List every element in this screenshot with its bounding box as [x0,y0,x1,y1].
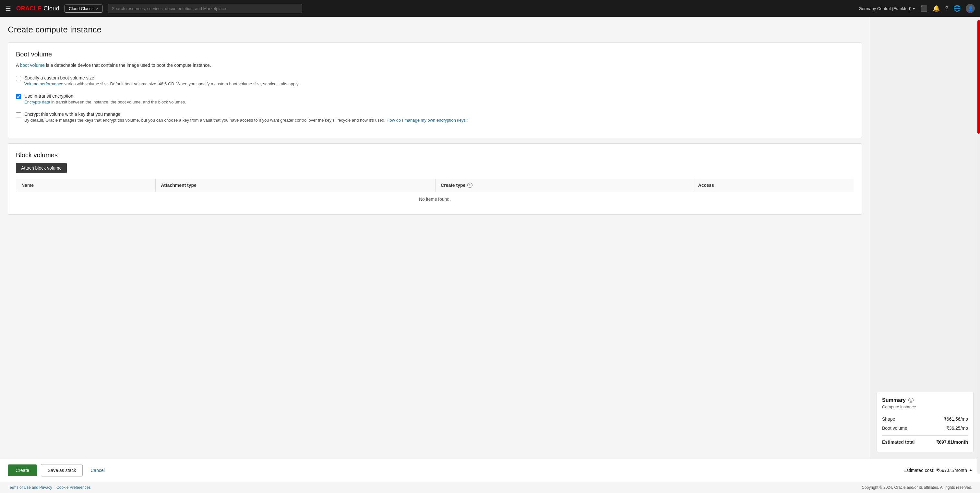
scrollbar-thumb [977,20,980,134]
cloud-classic-button[interactable]: Cloud Classic > [65,5,102,13]
boot-volume-description-prefix: A [16,63,20,68]
summary-info-icon[interactable]: ℹ [908,398,913,403]
region-label: Germany Central (Frankfurt) [859,6,912,11]
oracle-wordmark: ORACLE [16,5,41,12]
transit-hint-text: in transit between the instance, the boo… [51,100,186,105]
transit-encryption-checkbox[interactable] [16,94,21,99]
create-button[interactable]: Create [8,464,37,476]
col-create-type-header: Create type ℹ [436,178,693,192]
summary-total-label: Estimated total [882,439,915,445]
cloud-wordmark: Cloud [43,5,59,12]
custom-size-checkbox-row: Specify a custom boot volume size Volume… [16,75,854,87]
custom-size-section: Specify a custom boot volume size Volume… [16,75,854,87]
main-content-area: Create compute instance Boot volume A bo… [0,17,870,459]
col-attachment-label: Attachment type [161,183,197,188]
footer-left-links: Terms of Use and Privacy Cookie Preferen… [8,485,91,490]
boot-volume-link[interactable]: boot volume [20,63,45,68]
footer-action-bar: Create Save as stack Cancel Estimated co… [0,459,980,482]
boot-volume-card: Boot volume A boot volume is a detachabl… [8,43,862,138]
footer-estimated-label: Estimated cost: [904,468,935,473]
own-key-section: Encrypt this volume with a key that you … [16,111,854,123]
table-empty-message: No items found. [16,192,854,206]
own-key-hint: By default, Oracle manages the keys that… [24,118,468,123]
summary-shape-value: ₹661.56/mo [944,417,968,421]
col-access-label: Access [698,183,714,188]
table-header-row: Name Attachment type Create type ℹ [16,178,854,192]
encrypts-data-link[interactable]: Encrypts data [24,100,50,105]
summary-boot-volume-label: Boot volume [882,426,907,431]
terminal-icon[interactable]: ⬛ [920,5,928,12]
summary-box: Summary ℹ Compute instance Shape ₹661.56… [877,392,974,452]
chevron-up-icon[interactable] [969,469,972,471]
region-chevron-icon: ▾ [913,6,915,11]
transit-encryption-checkbox-row: Use in-transit encryption Encrypts data … [16,94,854,105]
table-empty-row: No items found. [16,192,854,206]
oracle-logo: ORACLE Cloud [16,5,59,12]
transit-encryption-label[interactable]: Use in-transit encryption [24,94,73,99]
summary-boot-volume-value: ₹36.25/mo [946,426,968,431]
footer-estimated-value: ₹697.81/month [936,468,967,473]
boot-volume-title: Boot volume [16,51,854,58]
boot-volume-description-suffix: is a detachable device that contains the… [46,63,211,68]
create-type-info-icon[interactable]: ℹ [467,183,473,188]
col-attachment-type-header: Attachment type [156,178,436,192]
help-icon[interactable]: ? [945,5,948,12]
attach-block-volume-button[interactable]: Attach block volume [16,163,67,173]
summary-header: Summary ℹ [882,397,968,403]
page-wrapper: Create compute instance Boot volume A bo… [0,17,980,459]
cookie-preferences-link[interactable]: Cookie Preferences [56,485,91,490]
own-key-label[interactable]: Encrypt this volume with a key that you … [24,111,120,117]
summary-title: Summary [882,397,906,403]
boot-volume-description: A boot volume is a detachable device tha… [16,62,854,69]
cancel-button[interactable]: Cancel [87,464,109,476]
block-volumes-title: Block volumes [16,151,854,159]
global-search-input[interactable] [108,4,302,13]
summary-shape-row: Shape ₹661.56/mo [882,415,968,424]
region-selector[interactable]: Germany Central (Frankfurt) ▾ [859,6,915,11]
transit-encryption-section: Use in-transit encryption Encrypts data … [16,94,854,105]
user-avatar[interactable]: 👤 [966,4,975,13]
topnav-right-section: Germany Central (Frankfurt) ▾ ⬛ 🔔 ? 🌐 👤 [859,4,975,13]
block-volumes-table: Name Attachment type Create type ℹ [16,178,854,207]
summary-subtitle: Compute instance [882,404,968,409]
col-create-type-label: Create type [441,183,465,188]
col-name-header: Name [16,178,156,192]
summary-top-spacer [877,23,974,392]
col-access-header: Access [693,178,854,192]
page-title: Create compute instance [8,25,862,35]
bottom-footer: Terms of Use and Privacy Cookie Preferen… [0,482,980,493]
footer-copyright: Copyright © 2024, Oracle and/or its affi… [862,485,972,490]
col-name-label: Name [21,183,34,188]
custom-size-hint-text: varies with volume size. Default boot vo… [65,81,299,86]
block-volumes-card: Block volumes Attach block volume Name A… [8,143,862,215]
own-key-hint-text: By default, Oracle manages the keys that… [24,118,385,122]
custom-size-label[interactable]: Specify a custom boot volume size [24,75,94,80]
top-navigation: ☰ ORACLE Cloud Cloud Classic > Germany C… [0,0,980,17]
manage-encryption-link[interactable]: How do I manage my own encryption keys? [387,118,468,122]
custom-size-checkbox[interactable] [16,76,21,81]
summary-panel: Summary ℹ Compute instance Shape ₹661.56… [870,17,980,459]
summary-total-value: ₹697.81/month [936,439,968,445]
summary-shape-label: Shape [882,417,895,421]
own-key-checkbox-row: Encrypt this volume with a key that you … [16,111,854,123]
save-as-stack-button[interactable]: Save as stack [41,464,83,477]
footer-estimated-cost: Estimated cost: ₹697.81/month [904,468,972,473]
summary-boot-volume-row: Boot volume ₹36.25/mo [882,424,968,433]
globe-icon[interactable]: 🌐 [953,5,961,12]
hamburger-menu-icon[interactable]: ☰ [5,5,11,12]
summary-total-row: Estimated total ₹697.81/month [882,435,968,447]
custom-size-hint: Volume performance varies with volume si… [24,81,299,87]
scrollbar-track[interactable] [977,17,980,474]
volume-performance-link[interactable]: Volume performance [24,81,63,86]
transit-encryption-hint: Encrypts data in transit between the ins… [24,99,186,105]
terms-link[interactable]: Terms of Use and Privacy [8,485,52,490]
own-key-checkbox[interactable] [16,112,21,118]
bell-icon[interactable]: 🔔 [933,5,940,12]
